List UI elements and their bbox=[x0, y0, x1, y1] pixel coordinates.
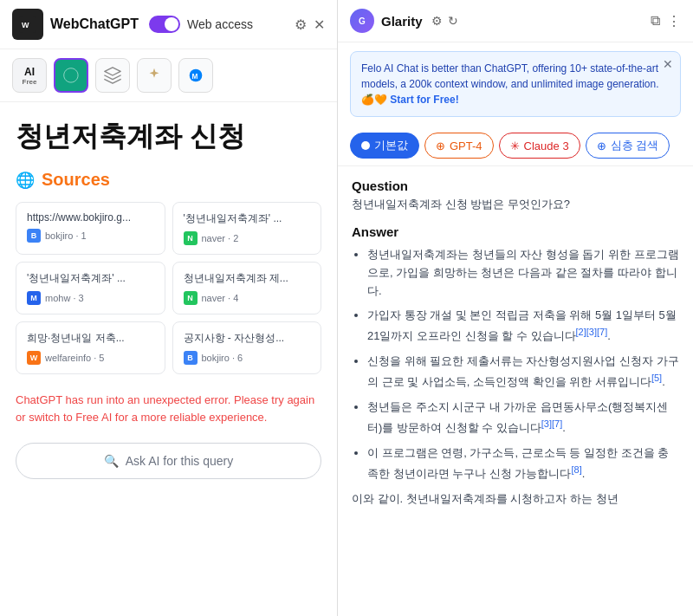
source-card-6[interactable]: 공지사항 - 자산형성... B bokjiro · 6 bbox=[172, 321, 322, 374]
tab-gpt4-icon: ⊕ bbox=[436, 139, 445, 152]
sources-grid: https://www.bokjiro.g... B bokjiro · 1 '… bbox=[16, 202, 321, 374]
ad-close-button[interactable]: ✕ bbox=[663, 57, 673, 71]
source-card-3[interactable]: '청년내일저축계좌' ... M mohw · 3 bbox=[16, 262, 165, 314]
source-name-3: mohw · 3 bbox=[45, 293, 84, 303]
glarity-settings-button[interactable]: ⚙ bbox=[431, 14, 443, 28]
app-title: WebChatGPT bbox=[50, 16, 139, 32]
ref-3[interactable]: [3] bbox=[586, 327, 597, 337]
ref-7a[interactable]: [7] bbox=[597, 327, 607, 337]
web-access-label: Web access bbox=[187, 17, 253, 31]
source-meta-2: N naver · 2 bbox=[184, 231, 311, 245]
source-meta-5: W welfareinfo · 5 bbox=[27, 351, 154, 365]
tab-default[interactable]: 기본값 bbox=[350, 133, 419, 159]
source-card-2[interactable]: '청년내일저축계좌' ... N naver · 2 bbox=[172, 202, 322, 255]
glarity-bar-icons: ⧉ ⋮ bbox=[651, 13, 681, 29]
tab-default-label: 기본값 bbox=[374, 138, 408, 153]
source-name-2: naver · 2 bbox=[202, 233, 239, 243]
tab-claude3-icon: ✳ bbox=[510, 139, 520, 152]
main-content: 청년저축계좌 신청 🌐 Sources https://www.bokjiro.… bbox=[0, 102, 337, 616]
close-button[interactable]: ✕ bbox=[314, 16, 325, 33]
settings-button[interactable]: ⚙ bbox=[295, 16, 307, 33]
answer-label: Answer bbox=[352, 224, 679, 239]
source-card-5[interactable]: 희망·청년내일 저축... W welfareinfo · 5 bbox=[16, 321, 165, 374]
web-access-toggle[interactable] bbox=[149, 16, 180, 33]
top-bar: W WebChatGPT Web access ⚙ ✕ bbox=[0, 0, 337, 49]
tab-claude3-label: Claude 3 bbox=[524, 139, 569, 152]
answer-bullet-2: 가입자 통장 개설 및 본인 적립금 저축을 위해 5월 1일부터 5월 21일… bbox=[367, 307, 679, 346]
source-url-2: '청년내일저축계좌' ... bbox=[184, 211, 311, 226]
source-favicon-2: N bbox=[184, 231, 198, 245]
tab-deep-search-icon: ⊕ bbox=[597, 139, 606, 152]
answer-list: 청년내일저축계좌는 청년들의 자산 형성을 돕기 위한 프로그램으로, 가입을 … bbox=[352, 246, 679, 483]
tabs-row: 기본값 ⊕ GPT-4 ✳ Claude 3 ⊕ 심층 검색 bbox=[338, 126, 693, 166]
right-panel: G Glarity ⚙ ↻ ⧉ ⋮ ✕ Felo AI Chat is bett… bbox=[338, 0, 693, 616]
ref-8[interactable]: [8] bbox=[571, 464, 581, 475]
ref-3b[interactable]: [3] bbox=[541, 418, 552, 429]
source-url-5: 희망·청년내일 저축... bbox=[27, 331, 154, 346]
source-url-3: '청년내일저축계좌' ... bbox=[27, 271, 154, 286]
page-title: 청년저축계좌 신청 bbox=[16, 120, 321, 152]
search-icon: 🔍 bbox=[104, 454, 119, 468]
answer-more: 이와 같이. 첫년내일저축계좌를 시청하고자 하는 청년 bbox=[352, 490, 679, 509]
ref-7b[interactable]: [7] bbox=[552, 418, 562, 429]
left-panel: W WebChatGPT Web access ⚙ ✕ AI Free bbox=[0, 0, 338, 616]
source-favicon-3: M bbox=[27, 291, 41, 305]
copy-button[interactable]: ⧉ bbox=[651, 13, 660, 29]
source-meta-3: M mohw · 3 bbox=[27, 291, 154, 305]
source-meta-1: B bokjiro · 1 bbox=[27, 229, 154, 243]
source-name-6: bokjiro · 6 bbox=[202, 353, 243, 363]
ref-2[interactable]: [2] bbox=[576, 327, 586, 337]
ask-ai-button[interactable]: 🔍 Ask AI for this query bbox=[16, 443, 321, 479]
toggle-container: Web access bbox=[149, 16, 253, 33]
source-favicon-5: W bbox=[27, 351, 41, 365]
answer-bullet-5: 이 프로그램은 연령, 가구소득, 근로소득 등 일정한 조건을 충족한 청년이… bbox=[367, 444, 679, 483]
globe-icon: 🌐 bbox=[16, 171, 35, 190]
ref-5[interactable]: [5] bbox=[651, 373, 662, 383]
source-meta-6: B bokjiro · 6 bbox=[184, 351, 311, 365]
glarity-title: Glarity bbox=[381, 14, 423, 29]
source-name-5: welfareinfo · 5 bbox=[45, 353, 104, 363]
sources-heading: 🌐 Sources bbox=[16, 170, 321, 190]
error-message: ChatGPT has run into an unexpected error… bbox=[16, 392, 321, 425]
answer-content: Question 청년내일저축계좌 신청 방법은 무엇인가요? Answer 청… bbox=[338, 166, 693, 616]
ai-icon-chatgpt[interactable] bbox=[54, 58, 88, 93]
tab-deep-search[interactable]: ⊕ 심층 검색 bbox=[586, 133, 670, 159]
ai-icon-perplexity[interactable] bbox=[95, 58, 130, 93]
ai-icon-free[interactable]: AI Free bbox=[12, 58, 47, 93]
source-favicon-6: B bbox=[184, 351, 198, 365]
tab-gpt4-label: GPT-4 bbox=[450, 139, 483, 152]
ai-icon-meta[interactable]: M bbox=[178, 58, 213, 93]
tab-gpt4[interactable]: ⊕ GPT-4 bbox=[424, 133, 494, 159]
answer-bullet-1: 청년내일저축계좌는 청년들의 자산 형성을 돕기 위한 프로그램으로, 가입을 … bbox=[367, 246, 679, 300]
glarity-bar: G Glarity ⚙ ↻ ⧉ ⋮ bbox=[338, 0, 693, 42]
source-url-4: 청년내일저축계좌 제... bbox=[184, 271, 311, 286]
answer-bullet-4: 청년들은 주소지 시군구 내 가까운 읍면동사무소(행정복지센터)를 방문하여 … bbox=[367, 399, 679, 438]
more-button[interactable]: ⋮ bbox=[667, 13, 681, 29]
ask-ai-label: Ask AI for this query bbox=[126, 454, 234, 468]
source-card-4[interactable]: 청년내일저축계좌 제... N naver · 4 bbox=[172, 262, 322, 314]
source-favicon-4: N bbox=[184, 291, 198, 305]
source-name-1: bokjiro · 1 bbox=[45, 230, 87, 241]
answer-bullet-3: 신청을 위해 필요한 제출서류는 자산형성지원사업 신청자 가구의 근로 및 사… bbox=[367, 353, 679, 392]
source-favicon-1: B bbox=[27, 229, 41, 243]
glarity-logo: G bbox=[350, 9, 374, 33]
ad-start-link[interactable]: Start for Free! bbox=[390, 94, 458, 106]
ai-icons-row: AI Free M bbox=[0, 49, 337, 102]
sources-heading-text: Sources bbox=[42, 170, 110, 190]
ai-icon-claude[interactable] bbox=[137, 58, 172, 93]
tab-claude3[interactable]: ✳ Claude 3 bbox=[499, 133, 580, 159]
ad-banner: ✕ Felo AI Chat is better than ChatGPT, o… bbox=[350, 51, 681, 117]
source-meta-4: N naver · 4 bbox=[184, 291, 311, 305]
source-url-1: https://www.bokjiro.g... bbox=[27, 211, 154, 224]
question-label: Question bbox=[352, 178, 679, 193]
source-card-1[interactable]: https://www.bokjiro.g... B bokjiro · 1 bbox=[16, 202, 165, 255]
tab-default-icon bbox=[361, 141, 370, 150]
svg-text:M: M bbox=[191, 73, 198, 81]
glarity-refresh-button[interactable]: ↻ bbox=[448, 14, 458, 28]
tab-deep-search-label: 심층 검색 bbox=[611, 138, 659, 153]
app-logo: W bbox=[12, 9, 43, 40]
source-name-4: naver · 4 bbox=[202, 293, 239, 303]
question-text: 청년내일저축계좌 신청 방법은 무엇인가요? bbox=[352, 197, 679, 212]
top-bar-icons: ⚙ ✕ bbox=[295, 16, 325, 33]
source-url-6: 공지사항 - 자산형성... bbox=[184, 331, 311, 346]
